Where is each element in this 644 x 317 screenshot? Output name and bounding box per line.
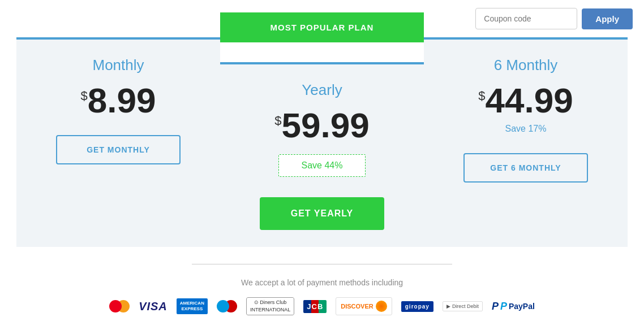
plan-yearly: Yearly $ 59.99 Save 44% GET YEARLY xyxy=(220,62,424,247)
maestro-icon xyxy=(217,297,237,315)
discover-icon: DISCOVER xyxy=(336,297,392,315)
mastercard-icon xyxy=(109,297,130,315)
payment-icons: VISA AMERICANEXPRESS ⊙ Diners ClubINTERN… xyxy=(0,297,644,315)
popular-banner: MOST POPULAR PLAN xyxy=(220,12,424,42)
plan-yearly-currency: $ xyxy=(274,114,281,128)
paypal-p2: P xyxy=(500,301,507,312)
amex-box: AMERICANEXPRESS xyxy=(177,298,208,315)
giropay-box: giropay xyxy=(401,301,433,312)
jcb-icon: JCB xyxy=(303,297,327,315)
direct-debit-icon: ▶ Direct Debit xyxy=(443,297,483,315)
plan-6monthly-amount: 44.99 xyxy=(486,83,573,118)
paypal-icon: P P PayPal xyxy=(492,297,535,315)
get-monthly-button[interactable]: GET MONTHLY xyxy=(56,135,181,164)
mc-red-circle xyxy=(109,300,122,312)
coupon-input[interactable] xyxy=(475,8,577,29)
visa-text: VISA xyxy=(139,300,168,313)
plan-6monthly-name: 6 Monthly xyxy=(494,57,558,74)
plan-monthly-currency: $ xyxy=(81,89,88,103)
plan-yearly-name: Yearly xyxy=(302,81,342,99)
diners-icon: ⊙ Diners ClubINTERNATIONAL xyxy=(246,297,294,315)
plan-6monthly-price: $ 44.99 xyxy=(478,83,573,118)
plan-yearly-save-badge: Save 44% xyxy=(278,154,366,177)
diners-box: ⊙ Diners ClubINTERNATIONAL xyxy=(246,297,294,315)
plan-monthly-amount: 8.99 xyxy=(88,83,156,118)
amex-icon: AMERICANEXPRESS xyxy=(177,297,208,315)
plan-6monthly-currency: $ xyxy=(478,89,485,103)
giropay-icon: giropay xyxy=(401,297,433,315)
discover-circle xyxy=(376,301,387,312)
direct-debit-text: Direct Debit xyxy=(452,303,479,309)
plan-monthly-name: Monthly xyxy=(92,57,144,74)
direct-debit-arrow: ▶ xyxy=(446,303,450,309)
plan-yearly-amount: 59.99 xyxy=(282,108,370,143)
direct-debit-box: ▶ Direct Debit xyxy=(443,301,483,311)
plan-6monthly: 6 Monthly $ 44.99 Save 17% GET 6 MONTHLY xyxy=(424,37,628,247)
jcb-box: JCB xyxy=(303,300,327,313)
plan-yearly-price: $ 59.99 xyxy=(274,108,369,143)
discover-text: DISCOVER xyxy=(341,303,373,310)
paypal-text: PayPal xyxy=(509,302,535,311)
plan-6monthly-save-text: Save 17% xyxy=(505,124,547,134)
maestro-blue-circle xyxy=(217,300,229,312)
get-6monthly-button[interactable]: GET 6 MONTHLY xyxy=(463,153,588,183)
plan-yearly-wrapper: MOST POPULAR PLAN Yearly $ 59.99 Save 44… xyxy=(220,37,424,247)
payment-section: We accept a lot of payment methods inclu… xyxy=(0,264,644,317)
payment-text: We accept a lot of payment methods inclu… xyxy=(0,278,644,287)
plan-monthly-price: $ 8.99 xyxy=(81,83,156,118)
paypal-p1: P xyxy=(492,301,499,312)
visa-icon: VISA xyxy=(139,297,168,315)
plan-monthly: Monthly $ 8.99 GET MONTHLY xyxy=(16,37,220,247)
apply-button[interactable]: Apply xyxy=(582,8,633,29)
get-yearly-button[interactable]: GET YEARLY xyxy=(260,197,384,230)
plans-container: Monthly $ 8.99 GET MONTHLY MOST POPULAR … xyxy=(0,37,644,247)
